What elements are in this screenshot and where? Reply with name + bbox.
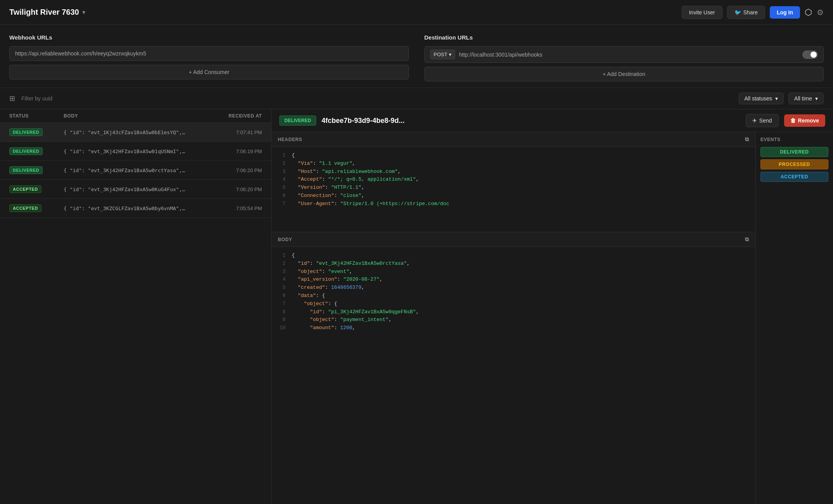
table-row[interactable]: DELIVERED { "id": "evt_1Kj43cFZav1BxA5w0…	[0, 123, 271, 142]
code-line: 5 "Version": "HTTP/1.1",	[278, 184, 749, 192]
webhook-urls-group: Webhook URLs https://api.reliablewebhook…	[9, 34, 409, 81]
body-section-header: BODY ⧉	[272, 232, 755, 247]
code-panel: HEADERS ⧉ 1{ 2 "Via": "1.1 vegur", 3 "Ho…	[272, 132, 755, 504]
method-label: POST	[434, 52, 447, 57]
events-title: EVENTS	[760, 137, 828, 142]
share-icon: 🐦	[734, 9, 741, 16]
settings-icon[interactable]: ⚙	[817, 8, 824, 17]
detail-status-badge: DELIVERED	[279, 116, 316, 126]
event-badge-processed[interactable]: PROCESSED	[760, 159, 828, 169]
code-line: 1{	[278, 252, 749, 260]
header-right: Invite User 🐦 Share Log In ⬡ ⚙	[682, 6, 824, 19]
events-panel: EVENTS DELIVERED PROCESSED ACCEPTED	[755, 132, 833, 504]
urls-section: Webhook URLs https://api.reliablewebhook…	[0, 25, 833, 88]
code-line: 3 "Host": "api.reliablewebhook.com",	[278, 168, 749, 176]
header-left: Twilight River 7630 ▾	[9, 8, 85, 17]
remove-button[interactable]: 🗑 Remove	[784, 114, 825, 127]
main-content: STATUS BODY RECEIVED AT DELIVERED { "id"…	[0, 109, 833, 504]
code-line: 3 "object": "event",	[278, 268, 749, 276]
body-title: BODY	[278, 237, 292, 242]
col-status: STATUS	[9, 113, 64, 119]
body-text: { "id": "evt_1Kj43cFZav1BxA5w0bE1esYQ",…	[64, 129, 200, 135]
invite-user-button[interactable]: Invite User	[682, 6, 722, 19]
columns-icon[interactable]: ⊞	[9, 94, 15, 103]
headers-code-block: 1{ 2 "Via": "1.1 vegur", 3 "Host": "api.…	[272, 147, 755, 232]
time-filter-label: All time	[794, 95, 812, 102]
chevron-down-icon[interactable]: ▾	[82, 9, 85, 16]
code-line: 6 "Connection": "close",	[278, 192, 749, 200]
app-title: Twilight River 7630	[9, 8, 79, 17]
status-filter-dropdown[interactable]: All statuses ▾	[739, 93, 784, 104]
time-text: 7:07:41 PM	[200, 129, 262, 135]
trash-icon: 🗑	[790, 117, 796, 124]
destination-row: POST ▾ http://localhost:3001/api/webhook…	[424, 46, 824, 63]
detail-event-id: 4fcbee7b-93d9-4be8-9d...	[322, 117, 740, 125]
detail-content: HEADERS ⧉ 1{ 2 "Via": "1.1 vegur", 3 "Ho…	[272, 132, 833, 504]
status-badge: ACCEPTED	[9, 185, 42, 193]
filter-input[interactable]	[21, 95, 733, 102]
code-line: 1{	[278, 152, 749, 160]
destination-urls-group: Destination URLs POST ▾ http://localhost…	[424, 34, 824, 81]
headers-section-header: HEADERS ⧉	[272, 132, 755, 147]
headers-title: HEADERS	[278, 137, 302, 142]
time-text: 7:06:20 PM	[200, 186, 262, 192]
destination-url-text: http://localhost:3001/api/webhooks	[459, 52, 798, 58]
status-badge: DELIVERED	[9, 128, 43, 136]
code-line: 10 "amount": 1200,	[278, 324, 749, 332]
left-panel: STATUS BODY RECEIVED AT DELIVERED { "id"…	[0, 109, 272, 504]
send-button[interactable]: ✈ Send	[746, 114, 779, 127]
status-badge: DELIVERED	[9, 166, 43, 174]
table-row[interactable]: DELIVERED { "id": "evt_3Kj42HFZav1BxA5w0…	[0, 161, 271, 180]
code-line: 8 "id": "pi_3Kj42HFZav1BxA5w0qgeFNsB",	[278, 308, 749, 316]
code-line: 6 "data": {	[278, 292, 749, 300]
copy-headers-button[interactable]: ⧉	[745, 136, 749, 143]
code-line: 2 "id": "evt_3Kj42HFZav1BxA5w0rctYasa",	[278, 260, 749, 268]
webhook-url-display: https://api.reliablewebhook.com/h/eeyq2w…	[9, 46, 409, 61]
filter-dropdowns: All statuses ▾ All time ▾	[739, 93, 824, 104]
time-text: 7:05:54 PM	[200, 205, 262, 211]
remove-label: Remove	[798, 117, 819, 124]
table-row[interactable]: ACCEPTED { "id": "evt_3KZCGLFZav1BxA5w0b…	[0, 199, 271, 218]
time-text: 7:06:20 PM	[200, 167, 262, 173]
filter-bar: ⊞ All statuses ▾ All time ▾	[0, 88, 833, 109]
col-body: BODY	[64, 113, 200, 119]
time-text: 7:06:19 PM	[200, 148, 262, 154]
code-line: 9 "object": "payment_intent",	[278, 316, 749, 324]
status-badge: ACCEPTED	[9, 204, 42, 212]
github-icon[interactable]: ⬡	[805, 7, 812, 17]
table-row[interactable]: DELIVERED { "id": "evt_3Kj42HFZav1BxA5w0…	[0, 142, 271, 161]
webhook-urls-title: Webhook URLs	[9, 34, 409, 41]
status-chevron-icon: ▾	[775, 95, 778, 102]
body-text: { "id": "evt_3Kj42HFZav1BxA5w0rctYasa",…	[64, 167, 200, 173]
code-line: 2 "Via": "1.1 vegur",	[278, 160, 749, 168]
event-badge-accepted[interactable]: ACCEPTED	[760, 172, 828, 182]
code-line: 7 "object": {	[278, 300, 749, 308]
table-row[interactable]: ACCEPTED { "id": "evt_3Kj42HFZav1BxA5w0K…	[0, 180, 271, 199]
share-button[interactable]: 🐦 Share	[727, 6, 765, 19]
send-label: Send	[759, 117, 772, 124]
send-icon: ✈	[752, 117, 757, 124]
destination-urls-title: Destination URLs	[424, 34, 824, 41]
detail-header: DELIVERED 4fcbee7b-93d9-4be8-9d... ✈ Sen…	[272, 109, 833, 132]
login-button[interactable]: Log In	[770, 6, 800, 19]
status-badge: DELIVERED	[9, 147, 43, 155]
body-code-block: 1{ 2 "id": "evt_3Kj42HFZav1BxA5w0rctYasa…	[272, 247, 755, 504]
event-badge-delivered[interactable]: DELIVERED	[760, 147, 828, 157]
col-received: RECEIVED AT	[200, 113, 262, 119]
add-consumer-button[interactable]: + Add Consumer	[9, 65, 409, 79]
code-line: 5 "created": 1648656379,	[278, 284, 749, 292]
destination-toggle[interactable]	[802, 50, 818, 59]
status-filter-label: All statuses	[745, 95, 772, 102]
table-header: STATUS BODY RECEIVED AT	[0, 109, 271, 123]
time-chevron-icon: ▾	[815, 95, 818, 102]
right-panel: DELIVERED 4fcbee7b-93d9-4be8-9d... ✈ Sen…	[272, 109, 833, 504]
add-destination-button[interactable]: + Add Destination	[424, 67, 824, 81]
method-select[interactable]: POST ▾	[430, 50, 455, 59]
share-label: Share	[743, 9, 758, 16]
body-text: { "id": "evt_3KZCGLFZav1BxA5w0by6vnMA",…	[64, 205, 200, 211]
time-filter-dropdown[interactable]: All time ▾	[788, 93, 824, 104]
body-text: { "id": "evt_3Kj42HFZav1BxA5w0KuG4Fux",…	[64, 186, 200, 192]
body-text: { "id": "evt_3Kj42HFZav1BxA5w01qUSNmI",…	[64, 148, 200, 154]
app-header: Twilight River 7630 ▾ Invite User 🐦 Shar…	[0, 0, 833, 25]
copy-body-button[interactable]: ⧉	[745, 236, 749, 243]
